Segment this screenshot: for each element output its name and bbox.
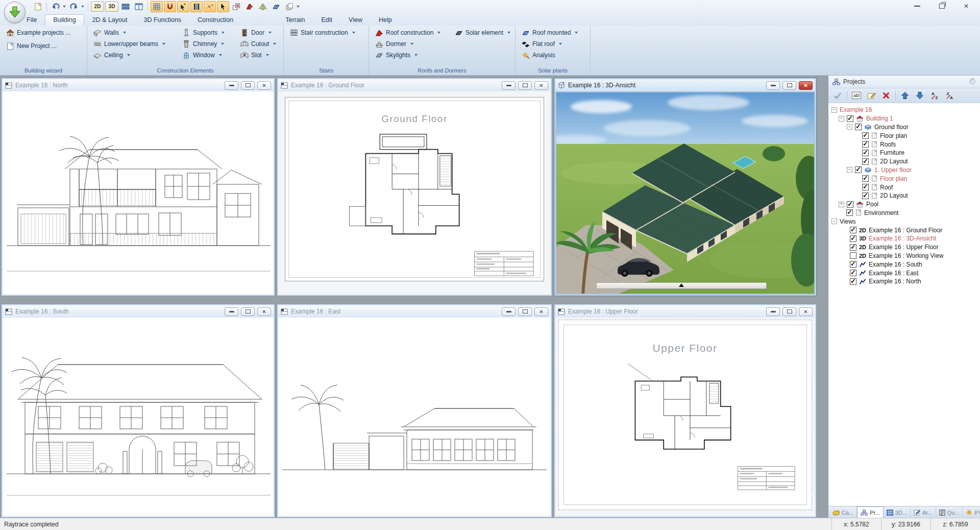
apply-check-button[interactable] xyxy=(832,90,843,101)
rename-button[interactable]: abl xyxy=(851,90,862,101)
tab-help[interactable]: Help xyxy=(371,14,400,26)
slot-button[interactable]: Slot xyxy=(239,50,279,60)
delete-button[interactable] xyxy=(880,90,892,101)
tree-item-label[interactable]: Views xyxy=(840,218,856,225)
minimize-button[interactable] xyxy=(766,307,780,316)
layers-icon[interactable] xyxy=(283,1,296,12)
chevron-down-icon[interactable] xyxy=(410,43,413,45)
ceiling-button[interactable]: Ceiling xyxy=(92,50,173,60)
window-east-titlebar[interactable]: Example 16 : East ✕ xyxy=(278,305,551,318)
tree-item[interactable]: Building 1 xyxy=(829,114,979,123)
tree-item-label[interactable]: Floor plan xyxy=(880,175,907,182)
restore-button[interactable] xyxy=(933,1,950,11)
window-button[interactable]: Window xyxy=(181,50,231,60)
snap-magnet-icon[interactable] xyxy=(164,1,176,12)
tree-checkbox[interactable] xyxy=(847,201,853,208)
split-vertical-icon[interactable] xyxy=(133,1,145,12)
tab-quantities[interactable]: Qu... xyxy=(936,507,963,518)
minimize-button[interactable] xyxy=(766,81,780,90)
tree-checkbox[interactable] xyxy=(862,184,869,190)
tree-checkbox[interactable] xyxy=(850,270,856,276)
tree-item-label[interactable]: 2D Layout xyxy=(880,158,908,165)
dormer-button[interactable]: Dormer xyxy=(374,39,445,49)
north-elevation-canvas[interactable] xyxy=(3,91,274,295)
chevron-down-icon[interactable] xyxy=(221,43,224,45)
chimney-button[interactable]: Chimney xyxy=(181,39,231,49)
close-button[interactable]: ✕ xyxy=(534,81,548,90)
close-button[interactable]: ✕ xyxy=(257,81,271,90)
tree-item[interactable]: 2D Layout xyxy=(829,157,979,166)
tree-checkbox[interactable] xyxy=(862,132,869,139)
tree-checkbox[interactable] xyxy=(850,244,856,251)
maximize-button[interactable] xyxy=(518,81,532,90)
tree-item[interactable]: Ground floor xyxy=(829,123,979,132)
tree-item[interactable]: 2D Layout xyxy=(829,191,979,200)
select-cursor-icon[interactable] xyxy=(217,1,229,12)
tree-item-label[interactable]: Ground floor xyxy=(874,124,909,131)
tree-item[interactable]: Example 16 : East xyxy=(829,269,979,277)
tree-item-label[interactable]: Roofs xyxy=(880,141,896,148)
tree-checkbox[interactable] xyxy=(862,158,869,165)
view-2d-button[interactable]: 2D xyxy=(91,2,104,12)
roof-view-green-icon[interactable] xyxy=(257,1,269,12)
maximize-button[interactable] xyxy=(782,81,796,90)
minimize-button[interactable] xyxy=(502,81,516,90)
tree-checkbox[interactable] xyxy=(846,209,853,216)
tree-item-label[interactable]: Floor plan xyxy=(880,132,907,139)
chevron-down-icon[interactable] xyxy=(414,54,418,56)
minimize-button[interactable] xyxy=(225,81,238,90)
beams-button[interactable]: Lower/upper beams xyxy=(92,39,173,49)
tree-item[interactable]: Example 16 xyxy=(829,106,979,114)
tree-item[interactable]: 3D Example 16 : 3D-Ansicht xyxy=(829,234,979,243)
tree-item[interactable]: Views xyxy=(829,217,979,226)
tree-item-label[interactable]: Pool xyxy=(866,201,878,208)
close-button[interactable]: ✕ xyxy=(534,307,548,316)
roof-construction-button[interactable]: Roof construction xyxy=(374,28,445,38)
tree-checkbox[interactable] xyxy=(862,150,869,156)
move-up-button[interactable] xyxy=(899,90,911,101)
maximize-button[interactable] xyxy=(241,307,255,316)
tree-item-label[interactable]: Furniture xyxy=(880,149,904,156)
transfer-view-icon[interactable] xyxy=(230,1,242,12)
south-elevation-canvas[interactable] xyxy=(3,318,274,516)
tab-2d-layout[interactable]: 2D & Layout xyxy=(84,14,136,26)
tree-expander[interactable] xyxy=(839,116,844,122)
new-plan-icon[interactable] xyxy=(32,1,44,12)
minimize-button[interactable] xyxy=(502,307,516,316)
crosshair-axes-icon[interactable] xyxy=(204,1,216,12)
tab-view[interactable]: View xyxy=(340,14,371,26)
chevron-down-icon[interactable] xyxy=(575,32,578,34)
tilt-slider-handle[interactable] xyxy=(679,283,684,287)
maximize-button[interactable] xyxy=(518,307,532,316)
chevron-down-icon[interactable] xyxy=(507,32,510,34)
tree-checkbox[interactable] xyxy=(855,166,862,173)
tree-checkbox[interactable] xyxy=(850,252,856,259)
tree-item-label[interactable]: Example 16 : East xyxy=(869,270,918,277)
tree-item-label[interactable]: Example 16 : North xyxy=(869,278,921,285)
tree-checkbox[interactable] xyxy=(862,141,869,148)
analysis-button[interactable]: Analysis xyxy=(520,50,585,60)
tree-expander[interactable] xyxy=(847,124,852,130)
tab-projects[interactable]: Pr... xyxy=(857,507,884,518)
chevron-down-icon[interactable] xyxy=(222,32,225,34)
tab-edit[interactable]: Edit xyxy=(313,14,341,26)
chevron-down-icon[interactable] xyxy=(266,54,269,56)
pin-panel-icon[interactable] xyxy=(969,78,976,86)
tree-item[interactable]: Example 16 : South xyxy=(829,260,979,269)
window-north-titlebar[interactable]: Example 16 : North ✕ xyxy=(3,79,274,91)
roof-mounted-button[interactable]: Roof mounted xyxy=(520,28,585,38)
tree-item-label[interactable]: 1. Upper floor xyxy=(874,166,912,174)
skylights-button[interactable]: Skylights xyxy=(374,50,445,60)
tree-item-label[interactable]: 2D Layout xyxy=(880,192,908,199)
chevron-down-icon[interactable] xyxy=(437,32,440,34)
supports-button[interactable]: Supports xyxy=(181,28,231,38)
tree-item[interactable]: Floor plan xyxy=(829,131,979,140)
app-logo-icon[interactable] xyxy=(4,2,26,23)
stair-construction-button[interactable]: Stair construction xyxy=(288,28,364,38)
tab-3d-functions[interactable]: 3D Functions xyxy=(135,14,189,26)
window-south-titlebar[interactable]: Example 16 : South ✕ xyxy=(3,305,274,318)
projects-panel-titlebar[interactable]: Projects xyxy=(828,76,980,88)
upper-floor-canvas[interactable]: Upper Floor xyxy=(555,318,815,516)
tree-item[interactable]: Example 16 : North xyxy=(829,277,979,286)
door-button[interactable]: Door xyxy=(239,28,279,38)
